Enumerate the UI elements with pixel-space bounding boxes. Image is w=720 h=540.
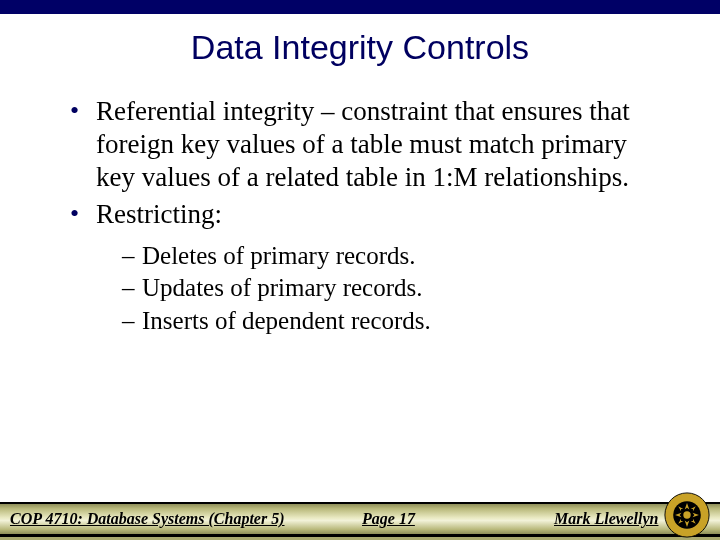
slide: Data Integrity Controls Referential inte… (0, 0, 720, 540)
slide-title: Data Integrity Controls (0, 28, 720, 67)
sub-bullet-text: Deletes of primary records. (142, 242, 416, 269)
sub-bullet-list: Deletes of primary records. Updates of p… (96, 241, 666, 337)
footer: COP 4710: Database Systems (Chapter 5) P… (0, 502, 720, 540)
footer-course: COP 4710: Database Systems (Chapter 5) (10, 510, 285, 528)
footer-underline (0, 536, 720, 540)
sub-bullet-item: Deletes of primary records. (122, 241, 666, 272)
sub-bullet-text: Updates of primary records. (142, 274, 422, 301)
footer-author: Mark Llewellyn (554, 510, 658, 528)
svg-point-10 (683, 511, 690, 518)
footer-page: Page 17 (362, 510, 415, 528)
bullet-list: Referential integrity – constraint that … (66, 95, 666, 336)
sub-bullet-text: Inserts of dependent records. (142, 307, 431, 334)
bullet-text: Restricting: (96, 199, 222, 229)
sub-bullet-item: Inserts of dependent records. (122, 306, 666, 337)
footer-bar: COP 4710: Database Systems (Chapter 5) P… (0, 502, 720, 536)
sub-bullet-item: Updates of primary records. (122, 273, 666, 304)
slide-body: Referential integrity – constraint that … (0, 95, 720, 336)
top-bar (0, 0, 720, 14)
ucf-logo-icon (664, 492, 710, 538)
bullet-item: Referential integrity – constraint that … (66, 95, 666, 194)
bullet-item: Restricting: Deletes of primary records.… (66, 198, 666, 336)
bullet-text: Referential integrity – constraint that … (96, 96, 630, 192)
